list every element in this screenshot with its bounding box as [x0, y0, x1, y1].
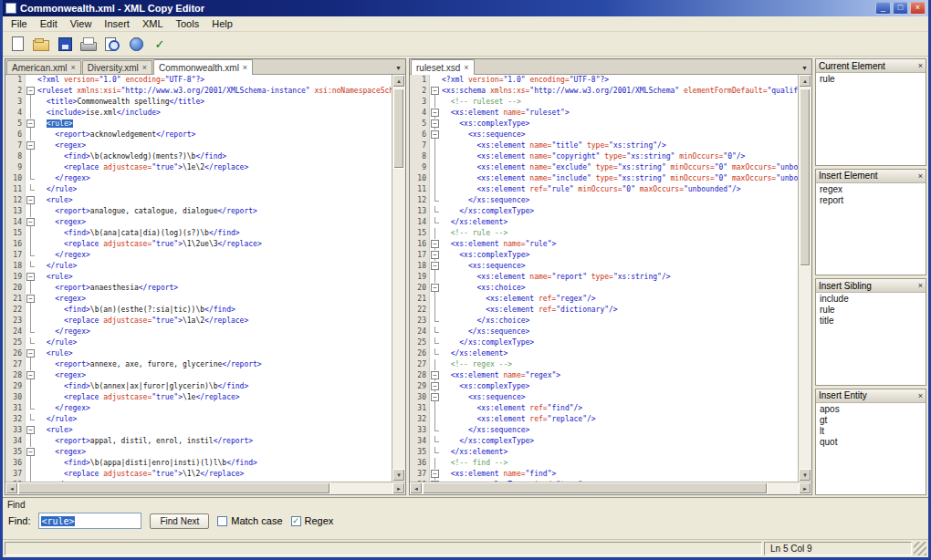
menu-edit[interactable]: Edit — [34, 17, 64, 30]
print-button[interactable] — [78, 34, 99, 54]
code-line[interactable]: 20− <xs:choice> — [410, 283, 798, 294]
code-line[interactable]: 32 </rule> — [5, 414, 392, 425]
tab-American.xml[interactable]: American.xml× — [6, 60, 81, 74]
fold-toggle-icon[interactable]: − — [431, 470, 439, 478]
fold-toggle-icon[interactable]: − — [431, 87, 439, 95]
fold-toggle-icon[interactable]: − — [431, 284, 439, 292]
code-line[interactable]: 24 </regex> — [5, 327, 392, 337]
panel-item[interactable]: report — [816, 195, 926, 206]
code-line[interactable]: 29 <find>\b(annex|ax|furor|glycerin)\b</… — [5, 381, 392, 392]
code-line[interactable]: 8 <find>\b(acknowledg)(ments?)\b</find> — [5, 151, 392, 162]
scroll-down-icon[interactable]: ▼ — [392, 469, 405, 482]
fold-toggle-icon[interactable]: − — [26, 371, 35, 379]
fold-toggle-icon[interactable]: − — [431, 382, 439, 390]
tab-list-dropdown-icon[interactable]: ▼ — [392, 61, 405, 74]
fold-toggle-icon[interactable]: − — [26, 141, 35, 150]
scroll-up-icon[interactable]: ▲ — [799, 75, 811, 88]
menu-view[interactable]: View — [64, 17, 99, 30]
fold-toggle-icon[interactable]: − — [26, 448, 35, 456]
code-line[interactable]: 9 <replace adjustcase="true">\1e\2</repl… — [5, 162, 392, 173]
tab-Diversity.xml[interactable]: Diversity.xml× — [82, 60, 152, 74]
code-line[interactable]: 3 <title>Commonwealth spelling</title> — [5, 97, 392, 108]
code-line[interactable]: 31 <xs:element ref="find"/> — [410, 403, 798, 414]
code-line[interactable]: 5− <xs:complexType> — [410, 119, 798, 130]
code-line[interactable]: 18− <xs:sequence> — [410, 261, 798, 272]
code-line[interactable]: 19− <rule> — [5, 272, 392, 283]
title-bar[interactable]: Commonwealth.xml - XML Copy Editor _□× — [3, 0, 928, 16]
horizontal-scrollbar[interactable]: ◄ ► — [5, 482, 405, 494]
code-line[interactable]: 7 <xs:element name="title" type="xs:stri… — [410, 140, 798, 151]
code-line[interactable]: 30 <replace adjustcase="true">\1e</repla… — [5, 392, 392, 403]
editor-lines[interactable]: 1<?xml version="1.0" encoding="UTF-8"?>2… — [410, 75, 798, 482]
code-line[interactable]: 10 <xs:element name="include" type="xs:s… — [410, 173, 798, 184]
code-line[interactable]: 12− <rule> — [5, 195, 392, 206]
code-line[interactable]: 26 </xs:element> — [410, 348, 798, 359]
code-line[interactable]: 18 </rule> — [5, 261, 392, 272]
menu-insert[interactable]: Insert — [98, 17, 136, 30]
code-line[interactable]: 35− <regex> — [5, 447, 392, 458]
code-line[interactable]: 28− <regex> — [5, 370, 392, 381]
code-line[interactable]: 20 <report>anaesthesia</report> — [5, 283, 392, 294]
panel-item[interactable]: include — [816, 294, 926, 305]
code-line[interactable]: 7− <regex> — [5, 140, 392, 151]
tab-ruleset.xsd[interactable]: ruleset.xsd× — [411, 59, 475, 75]
fold-toggle-icon[interactable]: − — [431, 371, 439, 379]
print-preview-button[interactable] — [102, 34, 122, 54]
panel-item[interactable]: regex — [816, 184, 926, 195]
horizontal-scrollbar[interactable]: ◄ ► — [410, 482, 811, 494]
check-well-formed-button[interactable] — [150, 34, 170, 54]
panel-close-icon[interactable]: × — [918, 171, 923, 181]
tab-close-icon[interactable]: × — [243, 63, 247, 72]
scrollbar-thumb[interactable] — [800, 88, 811, 266]
code-line[interactable]: 24 </xs:sequence> — [410, 327, 798, 337]
fold-toggle-icon[interactable]: − — [26, 196, 35, 204]
fold-toggle-icon[interactable]: − — [431, 393, 439, 401]
panel-close-icon[interactable]: × — [918, 281, 923, 290]
code-line[interactable]: 11 <xs:element ref="rule" minOccurs="0" … — [410, 184, 798, 195]
code-line[interactable]: 34 <report>appal, distil, enrol, instil<… — [5, 436, 392, 447]
code-line[interactable]: 15 <!-- rule --> — [410, 228, 798, 239]
code-line[interactable]: 21 <xs:element ref="regex"/> — [410, 294, 798, 305]
scrollbar-thumb[interactable] — [423, 482, 768, 494]
scrollbar-thumb[interactable] — [393, 88, 404, 169]
panel-item[interactable]: apos — [816, 404, 926, 415]
scroll-left-icon[interactable]: ◄ — [5, 482, 18, 494]
code-line[interactable]: 26− <rule> — [5, 348, 392, 359]
tab-close-icon[interactable]: × — [464, 63, 468, 72]
fold-toggle-icon[interactable]: − — [431, 251, 439, 259]
code-line[interactable]: 4− <xs:element name="ruleset"> — [410, 108, 798, 119]
menu-tools[interactable]: Tools — [170, 17, 206, 30]
find-next-button[interactable]: Find Next — [150, 513, 209, 529]
code-line[interactable]: 33 </xs:sequence> — [410, 425, 798, 436]
code-line[interactable]: 36 <!-- find --> — [410, 458, 798, 469]
panel-item[interactable]: rule — [816, 305, 926, 316]
resize-grip[interactable] — [914, 542, 926, 555]
scroll-left-icon[interactable]: ◄ — [410, 482, 423, 494]
code-line[interactable]: 31 </regex> — [5, 403, 392, 414]
code-line[interactable]: 35 </xs:element> — [410, 447, 798, 458]
code-line[interactable]: 10 </regex> — [5, 173, 392, 184]
tab-Commonwealth.xml[interactable]: Commonwealth.xml× — [153, 59, 253, 75]
code-line[interactable]: 2−<xs:schema xmlns:xs="http://www.w3.org… — [410, 86, 798, 97]
fold-toggle-icon[interactable]: − — [26, 349, 35, 358]
minimize-button[interactable]: _ — [875, 2, 891, 15]
fold-toggle-icon[interactable]: − — [26, 87, 35, 95]
fold-toggle-icon[interactable]: − — [431, 109, 439, 117]
code-line[interactable]: 14− <regex> — [5, 217, 392, 228]
panel-item[interactable]: lt — [816, 426, 926, 437]
code-line[interactable]: 27 <report>annexe, axe, furore, glycerin… — [5, 359, 392, 370]
code-line[interactable]: 13 </xs:complexType> — [410, 206, 798, 217]
code-line[interactable]: 17 </regex> — [5, 250, 392, 261]
match-case-checkbox[interactable] — [217, 516, 227, 526]
menu-help[interactable]: Help — [205, 17, 239, 30]
new-document-button[interactable] — [7, 34, 27, 54]
scrollbar-thumb[interactable] — [18, 482, 330, 494]
fold-toggle-icon[interactable]: − — [26, 295, 35, 303]
scroll-right-icon[interactable]: ► — [799, 482, 811, 494]
code-line[interactable]: 23 </xs:choice> — [410, 316, 798, 327]
code-line[interactable]: 9 <xs:element name="exclude" type="xs:st… — [410, 162, 798, 173]
code-line[interactable]: 25 </xs:complexType> — [410, 337, 798, 348]
regex-checkbox[interactable]: ✓ — [291, 516, 301, 526]
code-line[interactable]: 15 <find>\b(ana|cata|dia)(log)(s?)\b</fi… — [5, 228, 392, 239]
code-line[interactable]: 14 </xs:element> — [410, 217, 798, 228]
